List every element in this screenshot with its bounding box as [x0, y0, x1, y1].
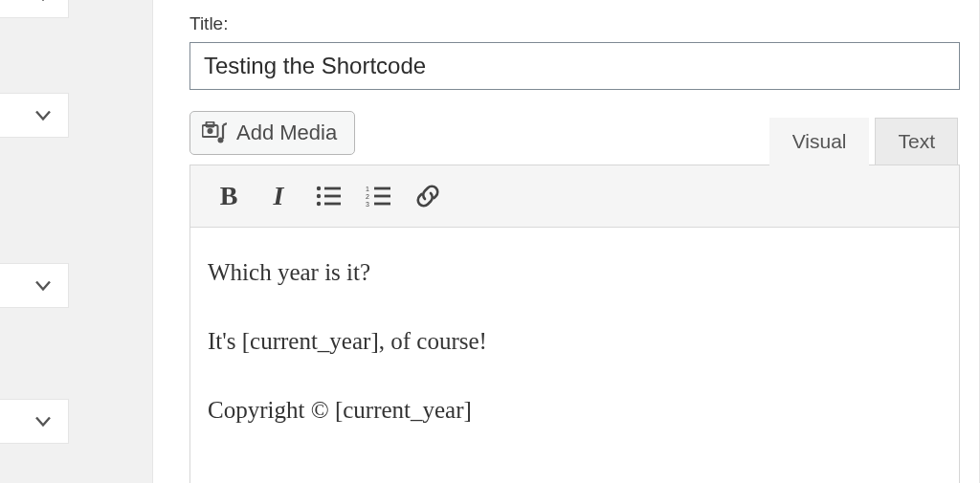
editor-line: It's [current_year], of course! — [208, 325, 942, 358]
bold-button[interactable]: B — [206, 173, 252, 219]
svg-rect-7 — [324, 187, 341, 190]
svg-rect-8 — [324, 195, 341, 198]
svg-text:1: 1 — [366, 186, 369, 192]
numbered-list-icon: 1 2 3 — [366, 186, 390, 207]
editor-toolbar: B I — [190, 165, 959, 228]
title-label: Title: — [189, 0, 960, 34]
bulleted-list-button[interactable] — [305, 173, 351, 219]
svg-point-3 — [218, 138, 224, 143]
bulleted-list-icon — [316, 186, 341, 207]
chevron-down-icon — [35, 110, 51, 121]
rich-text-editor: B I — [189, 165, 960, 483]
sidebar-widget-toggle[interactable] — [0, 399, 69, 444]
sidebar-collapse-stubs — [0, 0, 67, 483]
italic-icon: I — [274, 181, 284, 211]
add-media-button[interactable]: Add Media — [189, 111, 355, 155]
insert-link-button[interactable] — [405, 173, 451, 219]
svg-text:3: 3 — [366, 201, 369, 207]
chevron-down-icon — [35, 280, 51, 291]
svg-rect-15 — [374, 203, 390, 206]
svg-point-6 — [317, 202, 321, 206]
svg-point-4 — [317, 187, 321, 190]
svg-text:2: 2 — [366, 193, 369, 200]
svg-rect-9 — [324, 203, 341, 206]
svg-rect-14 — [374, 195, 390, 198]
camera-music-icon — [202, 121, 227, 144]
svg-point-5 — [317, 194, 321, 198]
editor-line: Which year is it? — [208, 256, 942, 289]
chevron-down-icon — [35, 0, 51, 1]
numbered-list-button[interactable]: 1 2 3 — [355, 173, 401, 219]
italic-button[interactable]: I — [256, 173, 301, 219]
chevron-down-icon — [35, 416, 51, 427]
editor-line: Copyright © [current_year] — [208, 394, 942, 427]
sidebar-widget-toggle[interactable] — [0, 263, 69, 308]
svg-point-2 — [208, 128, 213, 134]
sidebar-widget-toggle[interactable] — [0, 93, 69, 138]
editor-mode-tabs: Visual Text — [769, 118, 958, 165]
tab-text[interactable]: Text — [875, 118, 958, 165]
sidebar-widget-toggle[interactable] — [0, 0, 69, 18]
add-media-label: Add Media — [236, 121, 337, 145]
media-and-tabs-row: Add Media Visual Text — [189, 111, 960, 165]
editor-content-area[interactable]: Which year is it? It's [current_year], o… — [190, 228, 959, 483]
tab-visual[interactable]: Visual — [769, 118, 870, 165]
title-input[interactable] — [189, 42, 960, 90]
widget-editor-panel: Title: Add Media Visual Text — [152, 0, 980, 483]
bold-icon: B — [220, 181, 238, 211]
link-icon — [414, 183, 441, 209]
svg-rect-13 — [374, 187, 390, 190]
